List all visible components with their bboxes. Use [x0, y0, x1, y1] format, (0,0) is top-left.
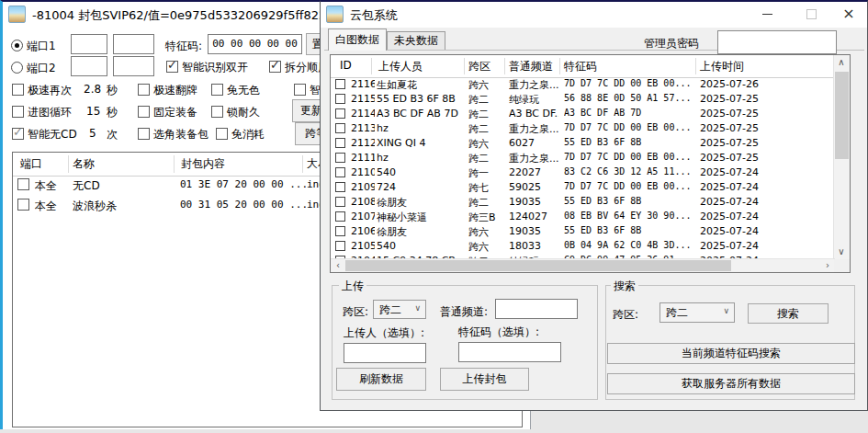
row-checkbox[interactable] — [17, 199, 29, 211]
lock-durability-checkbox[interactable] — [211, 106, 223, 118]
close-icon[interactable]: × — [831, 2, 866, 28]
cloud-data-row[interactable]: 2107 神秘小菜逼 跨三B 124027 08 EB BV 64 EY 30 … — [331, 210, 835, 224]
row-checkbox[interactable] — [335, 211, 345, 222]
cloud-data-row[interactable]: 2109 724 跨七 59025 7D D7 7C DD 00 EB 00..… — [331, 180, 835, 195]
cloud-data-row[interactable]: 2106 徐朋友 跨六 19035 55 ED B3 6F 8B 2025-07… — [331, 224, 835, 239]
row-uploader: 生如夏花 — [377, 78, 463, 92]
fixed-gear-checkbox[interactable] — [138, 106, 150, 118]
port1-radio[interactable] — [11, 40, 23, 51]
port1-label: 端口1 — [27, 39, 56, 54]
desktop: { "left_window": { "title": "-81004 封包SV… — [0, 0, 868, 433]
port2-input-b[interactable] — [113, 56, 154, 76]
cloud-data-row[interactable]: 2115 55 ED B3 6F 8B 跨二 纯绿玩 56 88 8E 0D 5… — [331, 92, 835, 107]
row-checkbox[interactable] — [335, 79, 345, 89]
row-upload-time: 2025-07-24 — [700, 166, 810, 178]
scroll-right-icon[interactable]: › — [820, 259, 835, 272]
row-checkbox[interactable] — [335, 182, 345, 192]
row-checkbox[interactable] — [335, 241, 345, 251]
row-upload-time: 2025-07-24 — [700, 196, 810, 208]
row-uploader: 徐朋友 — [377, 196, 463, 210]
channel-signature-search-button[interactable]: 当前频道特征码搜索 — [607, 343, 855, 364]
refresh-data-button[interactable]: 刷新数据 — [336, 368, 426, 391]
smart-dual-checkbox[interactable] — [166, 61, 178, 73]
cloud-data-row[interactable]: 2110 540 跨一 22027 83 C2 C6 3D 12 A5 11..… — [331, 165, 835, 180]
cloud-table-header[interactable]: ID 上传人员 跨区 普通频道 特征码 上传时间 — [331, 55, 835, 78]
cloud-data-row[interactable]: 2113 hz 跨二 重力之泉... 7D D7 7C DD 00 EB 00.… — [331, 121, 835, 136]
row-checkbox[interactable] — [335, 153, 345, 163]
row-checkbox[interactable] — [335, 167, 345, 177]
row-signature: 08 EB BV 64 EY 30 90... — [564, 211, 694, 221]
port2-input-a[interactable] — [71, 56, 107, 76]
col-port[interactable]: 端口 — [20, 156, 42, 172]
row-region: 跨六 — [468, 78, 503, 92]
signature-optional-input[interactable] — [458, 342, 561, 362]
tab-weiyang-data[interactable]: 未央数据 — [387, 31, 445, 51]
scroll-left-icon[interactable]: ‹ — [331, 259, 345, 272]
vertical-scroll-thumb[interactable] — [835, 72, 849, 159]
char-gear-pack-checkbox[interactable] — [138, 128, 150, 140]
port1-input-b[interactable] — [113, 34, 154, 54]
row-id: 2113 — [351, 122, 375, 134]
col-region[interactable]: 跨区 — [468, 59, 490, 74]
row-checkbox[interactable] — [335, 123, 345, 133]
speed-again-checkbox[interactable] — [12, 84, 24, 96]
speed-again-label: 极速再次 — [28, 83, 72, 98]
signature-input[interactable]: 00 00 00 00 00 — [208, 34, 302, 54]
row-checkbox[interactable] — [335, 94, 345, 104]
row-channel: 19035 — [509, 196, 558, 208]
lock-durability-label: 锁耐久 — [227, 105, 260, 120]
cloud-table-rows: 2116 生如夏花 跨六 重力之泉... 7D D7 7C DD 00 EB 0… — [331, 77, 835, 260]
row-checkbox[interactable] — [335, 226, 345, 236]
admin-password-input[interactable] — [717, 30, 837, 54]
fetch-all-server-data-button[interactable]: 获取服务器所有数据 — [607, 373, 855, 394]
col-upload-time[interactable]: 上传时间 — [700, 59, 744, 74]
row-checkbox[interactable] — [335, 197, 345, 207]
row-checkbox[interactable] — [335, 108, 345, 119]
uploader-input[interactable] — [344, 343, 426, 363]
port2-radio[interactable] — [11, 62, 23, 74]
row-checkbox[interactable] — [335, 138, 345, 148]
cloud-data-row[interactable]: 2116 生如夏花 跨六 重力之泉... 7D D7 7C DD 00 EB 0… — [331, 77, 835, 92]
upload-region-select[interactable]: 跨二 ∨ — [373, 300, 426, 319]
col-signature[interactable]: 特征码 — [564, 59, 597, 74]
row-id: 2108 — [351, 196, 375, 208]
tab-white-map-data[interactable]: 白图数据 — [328, 28, 387, 51]
horizontal-scroll-thumb[interactable] — [345, 260, 731, 271]
no-consume-checkbox[interactable] — [216, 128, 228, 140]
no-colorless-checkbox[interactable] — [211, 84, 223, 96]
cloud-data-row[interactable]: 2112 XING QI 4 跨六 6027 55 ED B3 6F 8B 20… — [331, 136, 835, 151]
search-region-label: 跨区: — [613, 307, 638, 323]
row-uploader: A3 BC DF AB 7D — [377, 108, 463, 120]
cloud-data-row[interactable]: 2111 hz 跨二 重力之泉... 7D D7 7C DD 00 EB 00.… — [331, 151, 835, 165]
search-region-select[interactable]: 跨二 ∨ — [659, 302, 735, 323]
smart-checkbox[interactable] — [294, 84, 306, 96]
minimize-icon[interactable] — [750, 2, 784, 28]
col-id[interactable]: ID — [340, 59, 352, 72]
scroll-down-icon[interactable]: ∨ — [834, 245, 849, 258]
maximize-icon[interactable] — [794, 2, 829, 28]
cloud-data-row[interactable]: 2105 540 跨六 18033 0B 04 9A 62 C0 4B 3D..… — [331, 239, 835, 254]
search-button[interactable]: 搜索 — [748, 303, 829, 324]
map-loop-checkbox[interactable] — [12, 106, 24, 118]
split-order-checkbox[interactable] — [269, 61, 281, 73]
col-uploader[interactable]: 上传人员 — [378, 59, 423, 74]
fast-flip-checkbox[interactable] — [138, 84, 150, 96]
vertical-scrollbar[interactable]: ∧ ∨ — [833, 55, 850, 259]
col-content[interactable]: 封包内容 — [181, 156, 225, 172]
scroll-up-icon[interactable]: ∧ — [834, 56, 849, 69]
port1-input-a[interactable] — [71, 34, 107, 54]
col-channel[interactable]: 普通频道 — [509, 59, 553, 74]
cloud-data-row[interactable]: 2108 徐朋友 跨二 19035 55 ED B3 6F 8B 2025-07… — [331, 195, 835, 210]
admin-password-label: 管理员密码 — [644, 36, 699, 51]
col-name[interactable]: 名称 — [73, 156, 95, 172]
horizontal-scrollbar[interactable]: ‹ › — [331, 258, 835, 272]
right-titlebar[interactable]: 云包系统 × — [321, 2, 867, 28]
search-region-value: 跨二 — [666, 306, 688, 319]
row-checkbox[interactable] — [17, 178, 29, 190]
smart-nocd-checkbox[interactable] — [12, 128, 24, 140]
upload-channel-input[interactable] — [495, 299, 578, 319]
upload-packet-button[interactable]: 上传封包 — [440, 368, 529, 391]
row-region: 跨七 — [468, 181, 503, 195]
row-region: 跨三B — [468, 211, 503, 224]
cloud-data-row[interactable]: 2114 A3 BC DF AB 7D 跨二 A3 BC DF... A3 BC… — [331, 107, 835, 121]
